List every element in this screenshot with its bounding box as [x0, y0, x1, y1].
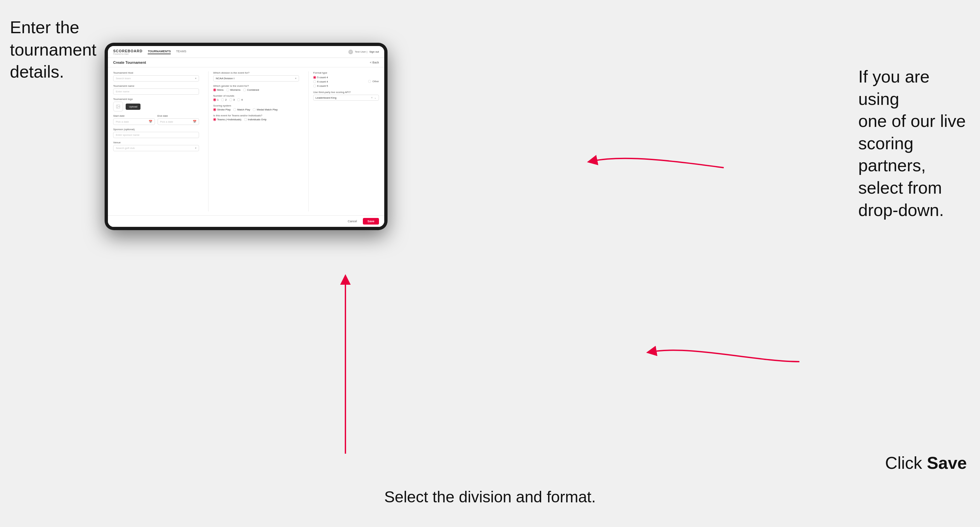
live-scoring-expand[interactable]: ⌄ [374, 96, 377, 99]
radio-medal[interactable] [253, 108, 256, 111]
page-header: Create Tournament Back [108, 58, 384, 67]
main-content: Create Tournament Back Tournament Host S… [108, 58, 384, 227]
back-button[interactable]: Back [370, 61, 379, 64]
other-label: Other [372, 80, 379, 83]
format-6count5[interactable]: 6 count 5 [313, 84, 328, 87]
annotation-bottomcenter: Select the division and format. [384, 487, 596, 507]
gender-combined[interactable]: Combined [243, 89, 259, 91]
upload-button[interactable]: Upload [126, 103, 140, 110]
radio-5count4[interactable] [313, 76, 316, 79]
annotation-topleft: Enter the tournament details. [10, 16, 105, 83]
format-6count4-label: 6 count 4 [317, 80, 328, 83]
annotation-bottomright: Click Save [885, 452, 967, 475]
format-6count5-label: 6 count 5 [317, 84, 328, 87]
user-avatar: U [348, 50, 353, 54]
tournament-name-input[interactable]: Enter name [113, 89, 199, 95]
radio-individuals[interactable] [244, 118, 247, 121]
radio-3[interactable] [229, 98, 232, 101]
live-scoring-input[interactable]: Leaderboard King × ⌄ [313, 95, 379, 101]
radio-mens[interactable] [213, 89, 216, 91]
rounds-1-label: 1 [217, 98, 218, 101]
tournament-logo-label: Tournament logo [113, 98, 199, 101]
venue-placeholder: Search golf club [116, 147, 135, 149]
rounds-4-label: 4 [241, 98, 242, 101]
start-date-placeholder: Pick a date [116, 120, 129, 123]
radio-4[interactable] [237, 98, 240, 101]
radio-stroke[interactable] [213, 108, 216, 111]
teams-group: Is this event for Teams and/or Individua… [213, 114, 299, 121]
radio-6count4[interactable] [313, 80, 316, 83]
rounds-2[interactable]: 2 [221, 98, 226, 101]
teams-plus[interactable]: Teams (+Individuals) [213, 118, 242, 121]
signout-link[interactable]: Sign out [369, 50, 379, 53]
rounds-4[interactable]: 4 [237, 98, 242, 101]
user-label: Test User | [355, 50, 368, 53]
date-row: Start date Pick a date 📅 End date Pick a… [113, 114, 199, 125]
format-5count4[interactable]: 5 count 4 [313, 76, 328, 79]
end-date-placeholder: Pick a date [160, 120, 173, 123]
gender-mens[interactable]: Mens [213, 89, 224, 91]
venue-input[interactable]: Search golf club [113, 145, 199, 151]
nav-tournaments[interactable]: TOURNAMENTS [148, 50, 171, 54]
start-date-label: Start date [113, 114, 155, 117]
logo-sub: Powered by clippi [113, 53, 142, 55]
app-navbar: SCOREBOARD Powered by clippi TOURNAMENTS… [108, 46, 384, 58]
scoring-match-label: Match Play [237, 108, 250, 111]
scoring-stroke-label: Stroke Play [217, 108, 231, 111]
sponsor-label: Sponsor (optional) [113, 128, 199, 131]
logo-placeholder [113, 102, 123, 111]
radio-1[interactable] [213, 98, 216, 101]
logo-main: SCOREBOARD [113, 49, 142, 53]
radio-combined[interactable] [243, 89, 246, 91]
gender-combined-label: Combined [247, 89, 259, 91]
division-input[interactable]: NCAA Division I [213, 75, 299, 81]
live-scoring-value: Leaderboard King [315, 96, 371, 99]
radio-other[interactable] [368, 80, 371, 83]
scoring-medal-label: Medal Match Play [256, 108, 278, 111]
sponsor-input[interactable]: Enter sponsor name [113, 132, 199, 138]
live-scoring-clear[interactable]: × [371, 96, 373, 99]
cancel-button[interactable]: Cancel [344, 218, 360, 225]
tournament-host-label: Tournament Host [113, 71, 199, 74]
scoring-options: Stroke Play Match Play Medal Match Play [213, 108, 299, 111]
radio-teams-plus[interactable] [213, 118, 216, 121]
tournament-name-label: Tournament name [113, 84, 199, 87]
calendar-icon: 📅 [149, 120, 152, 123]
scoring-medal[interactable]: Medal Match Play [253, 108, 278, 111]
radio-match[interactable] [233, 108, 236, 111]
rounds-1[interactable]: 1 [213, 98, 218, 101]
end-date-input[interactable]: Pick a date 📅 [158, 118, 199, 125]
divider-1 [208, 71, 208, 211]
save-button[interactable]: Save [363, 218, 379, 225]
teams-plus-label: Teams (+Individuals) [217, 118, 242, 121]
teams-individuals[interactable]: Individuals Only [244, 118, 266, 121]
format-6count4[interactable]: 6 count 4 [313, 80, 328, 83]
form-body: Tournament Host Search team Tournament n… [108, 67, 384, 215]
start-date-input[interactable]: Pick a date 📅 [113, 118, 155, 125]
nav-teams[interactable]: TEAMS [176, 50, 186, 54]
radio-womens[interactable] [226, 89, 229, 91]
scoring-match[interactable]: Match Play [233, 108, 250, 111]
teams-options: Teams (+Individuals) Individuals Only [213, 118, 299, 121]
rounds-group: Number of rounds 1 2 [213, 94, 299, 101]
end-date-label: End date [158, 114, 199, 117]
gender-womens[interactable]: Womens [226, 89, 240, 91]
app-logo: SCOREBOARD Powered by clippi [113, 49, 142, 55]
tournament-name-group: Tournament name Enter name [113, 84, 199, 95]
nav-right: U Test User | Sign out [348, 50, 379, 54]
divider-2 [308, 71, 309, 211]
radio-6count5[interactable] [313, 84, 316, 87]
scoring-label: Scoring system [213, 104, 299, 107]
rounds-3[interactable]: 3 [229, 98, 235, 101]
sponsor-group: Sponsor (optional) Enter sponsor name [113, 128, 199, 138]
division-group: Which division is the event for? NCAA Di… [213, 71, 299, 81]
scoring-stroke[interactable]: Stroke Play [213, 108, 231, 111]
division-label: Which division is the event for? [213, 71, 299, 74]
tournament-host-input[interactable]: Search team [113, 75, 199, 81]
radio-2[interactable] [221, 98, 224, 101]
gender-options: Mens Womens Combined [213, 89, 299, 91]
end-date-col: End date Pick a date 📅 [158, 114, 199, 125]
form-right-col: Format type 5 count 4 [313, 71, 379, 211]
gender-group: Which gender is the event for? Mens Wome… [213, 84, 299, 91]
sponsor-placeholder: Enter sponsor name [116, 133, 140, 137]
